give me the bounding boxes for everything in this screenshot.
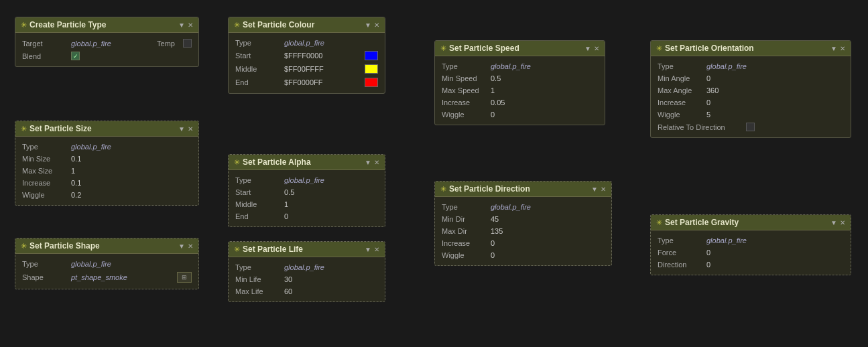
panel-arrow-life[interactable]: ▼ <box>365 246 371 253</box>
panel-arrow-colour[interactable]: ▼ <box>365 21 371 29</box>
browse-button-shape[interactable]: ⊞ <box>177 272 192 283</box>
field-row-colour-type: Type global.p_fire <box>235 37 378 49</box>
field-label-min-size: Min Size <box>22 155 66 163</box>
panel-header-alpha: ✳ Set Particle Alpha ▼ ✕ <box>229 155 385 170</box>
field-label-max-size: Max Size <box>22 167 66 175</box>
panel-arrow-shape[interactable]: ▼ <box>178 242 185 250</box>
panel-close-shape[interactable]: ✕ <box>188 242 193 250</box>
panel-icon-direction: ✳ <box>440 185 446 194</box>
field-row-dir-wiggle: Wiggle 0 <box>442 249 605 261</box>
panel-title-direction: Set Particle Direction <box>449 184 530 194</box>
panel-close-colour[interactable]: ✕ <box>374 21 379 29</box>
panel-close-direction[interactable]: ✕ <box>601 186 606 193</box>
field-value-shape-type: global.p_fire <box>71 260 111 268</box>
panel-arrow-direction[interactable]: ▼ <box>591 186 598 193</box>
field-value-alpha-middle: 1 <box>284 200 288 208</box>
panel-close-gravity[interactable]: ✕ <box>840 219 845 226</box>
field-row-relative-to-dir: Relative To Direction <box>658 121 844 133</box>
field-row-orient-wiggle: Wiggle 5 <box>658 109 844 121</box>
field-value-dir-type: global.p_fire <box>491 203 531 211</box>
field-row-target: Target global.p_fire Temp <box>22 37 192 50</box>
panel-close-size[interactable]: ✕ <box>188 125 193 133</box>
panel-set-particle-shape: ✳ Set Particle Shape ▼ ✕ Type global.p_f… <box>15 238 199 289</box>
panel-body-speed: Type global.p_fire Min Speed 0.5 Max Spe… <box>435 56 605 125</box>
panel-body-gravity: Type global.p_fire Force 0 Direction 0 <box>651 230 851 275</box>
panel-set-particle-alpha: ✳ Set Particle Alpha ▼ ✕ Type global.p_f… <box>228 154 385 227</box>
panel-close-create[interactable]: ✕ <box>188 21 193 29</box>
field-row-speed-increase: Increase 0.05 <box>442 96 598 109</box>
color-swatch-end[interactable] <box>365 78 378 87</box>
panel-create-particle-type: ✳ Create Particle Type ▼ ✕ Target global… <box>15 17 199 67</box>
field-value-size-type: global.p_fire <box>71 143 111 151</box>
panel-set-particle-life: ✳ Set Particle Life ▼ ✕ Type global.p_fi… <box>228 241 385 302</box>
field-label-alpha-type: Type <box>235 176 279 184</box>
field-value-dir-wiggle: 0 <box>491 251 495 259</box>
panel-arrow-orientation[interactable]: ▼ <box>830 45 837 52</box>
panel-arrow-gravity[interactable]: ▼ <box>830 219 837 226</box>
panel-body-create: Target global.p_fire Temp Blend ✓ <box>15 33 198 66</box>
field-label-alpha-start: Start <box>235 188 279 196</box>
panel-arrow-alpha[interactable]: ▼ <box>365 159 371 166</box>
panel-icon-gravity: ✳ <box>656 218 662 227</box>
field-value-min-dir: 45 <box>491 215 499 223</box>
panel-set-particle-speed: ✳ Set Particle Speed ▼ ✕ Type global.p_f… <box>434 40 605 125</box>
field-label-max-life: Max Life <box>235 287 279 295</box>
field-value-colour-type: global.p_fire <box>284 39 324 47</box>
field-value-colour-end: $FF0000FF <box>284 78 322 86</box>
field-label-min-dir: Min Dir <box>442 215 485 223</box>
temp-checkbox[interactable] <box>183 39 192 48</box>
field-label-colour-end: End <box>235 78 279 86</box>
panel-header-colour: ✳ Set Particle Colour ▼ ✕ <box>229 17 385 33</box>
field-row-alpha-end: End 0 <box>235 210 378 222</box>
field-value-speed-increase: 0.05 <box>491 98 505 107</box>
panel-close-speed[interactable]: ✕ <box>594 45 599 52</box>
field-value-speed-wiggle: 0 <box>491 111 495 119</box>
blend-checkbox[interactable]: ✓ <box>71 52 80 60</box>
relative-to-direction-checkbox[interactable] <box>746 123 755 131</box>
panel-arrow-speed[interactable]: ▼ <box>584 45 591 52</box>
field-row-orient-type: Type global.p_fire <box>658 60 844 72</box>
field-label-dir-type: Type <box>442 203 485 211</box>
color-swatch-start[interactable] <box>365 51 378 60</box>
field-row-min-speed: Min Speed 0.5 <box>442 72 598 84</box>
panel-close-orientation[interactable]: ✕ <box>840 45 845 52</box>
panel-close-life[interactable]: ✕ <box>374 246 379 253</box>
field-label-force: Force <box>658 249 701 257</box>
panel-title-create: Create Particle Type <box>29 20 107 29</box>
panel-arrow-create[interactable]: ▼ <box>178 21 185 29</box>
field-row-min-dir: Min Dir 45 <box>442 213 605 225</box>
panel-body-size: Type global.p_fire Min Size 0.1 Max Size… <box>15 137 198 205</box>
field-row-alpha-middle: Middle 1 <box>235 198 378 210</box>
temp-label: Temp <box>157 40 175 48</box>
color-swatch-middle[interactable] <box>365 64 378 74</box>
field-row-dir-increase: Increase 0 <box>442 237 605 249</box>
field-label-shape: Shape <box>22 273 66 281</box>
panel-header-speed: ✳ Set Particle Speed ▼ ✕ <box>435 41 605 56</box>
panel-close-alpha[interactable]: ✕ <box>374 159 379 166</box>
field-value-orient-type: global.p_fire <box>706 62 747 70</box>
field-value-min-size: 0.1 <box>71 155 81 163</box>
field-row-colour-middle: Middle $FF00FFFF <box>235 62 378 76</box>
panel-body-direction: Type global.p_fire Min Dir 45 Max Dir 13… <box>435 197 611 265</box>
field-label-size-type: Type <box>22 143 66 151</box>
field-label-shape-type: Type <box>22 260 66 268</box>
field-row-min-life: Min Life 30 <box>235 273 378 285</box>
panel-arrow-size[interactable]: ▼ <box>178 125 185 133</box>
field-label-speed-type: Type <box>442 62 485 70</box>
field-label-life-type: Type <box>235 263 279 271</box>
panel-body-life: Type global.p_fire Min Life 30 Max Life … <box>229 257 385 301</box>
panel-header-create-particle-type: ✳ Create Particle Type ▼ ✕ <box>15 17 198 33</box>
field-row-shape-value: Shape pt_shape_smoke ⊞ <box>22 270 192 285</box>
field-label-alpha-middle: Middle <box>235 200 279 208</box>
panel-set-particle-gravity: ✳ Set Particle Gravity ▼ ✕ Type global.p… <box>650 214 851 275</box>
field-value-colour-start: $FFFF0000 <box>284 52 322 60</box>
field-label-colour-middle: Middle <box>235 65 279 73</box>
field-row-size-increase: Increase 0.1 <box>22 177 192 189</box>
panel-header-direction: ✳ Set Particle Direction ▼ ✕ <box>435 182 611 197</box>
field-row-colour-end: End $FF0000FF <box>235 76 378 89</box>
panel-header-shape: ✳ Set Particle Shape ▼ ✕ <box>15 238 198 254</box>
field-row-colour-start: Start $FFFF0000 <box>235 49 378 62</box>
panel-set-particle-orientation: ✳ Set Particle Orientation ▼ ✕ Type glob… <box>650 40 851 138</box>
field-row-force: Force 0 <box>658 247 844 259</box>
field-label-colour-start: Start <box>235 52 279 60</box>
